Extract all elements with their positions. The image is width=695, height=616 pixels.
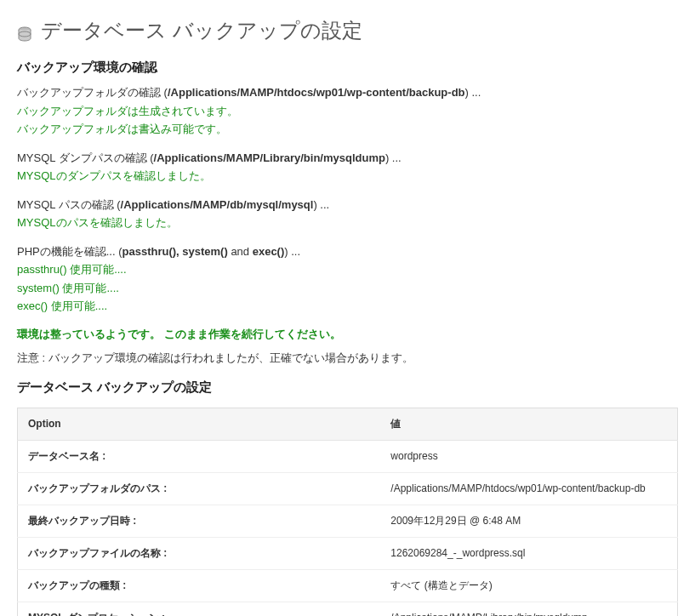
folder-created-ok: バックアップフォルダは生成されています。 — [17, 103, 678, 120]
mysql-check-block: MYSQL パスの確認 (/Applications/MAMP/db/mysql… — [17, 197, 678, 231]
database-icon — [17, 23, 32, 38]
row-label: 最終バックアップ日時 : — [18, 505, 381, 537]
folder-check-line: バックアップフォルダの確認 (/Applications/MAMP/htdocs… — [17, 84, 678, 101]
dump-check-line: MYSQL ダンプパスの確認 (/Applications/MAMP/Libra… — [17, 150, 678, 167]
table-row: バックアップファイルの名称 : 1262069284_-_wordpress.s… — [18, 537, 678, 569]
col-value: 値 — [380, 408, 677, 440]
table-row: MYSQL ダンプロケーション : /Applications/MAMP/Lib… — [18, 602, 678, 616]
env-check-heading: バックアップ環境の確認 — [17, 60, 678, 76]
settings-heading: データベース バックアップの設定 — [17, 379, 678, 396]
page-title-text: データベース バックアップの設定 — [41, 17, 362, 44]
system-ok: system() 使用可能.... — [17, 280, 678, 297]
row-value: すべて (構造とデータ) — [380, 569, 677, 602]
row-label: バックアップの種類 : — [18, 569, 381, 602]
folder-check-block: バックアップフォルダの確認 (/Applications/MAMP/htdocs… — [17, 84, 678, 138]
row-label: データベース名 : — [18, 440, 381, 472]
row-value: /Applications/MAMP/htdocs/wp01/wp-conten… — [380, 472, 677, 505]
php-check-block: PHPの機能を確認... (passthru(), system() and e… — [17, 243, 678, 315]
row-label: MYSQL ダンプロケーション : — [18, 602, 381, 616]
row-label: バックアップファイルの名称 : — [18, 537, 381, 569]
env-summary: 環境は整っているようです。 このまま作業を続行してください。 — [17, 327, 678, 342]
row-value: 2009年12月29日 @ 6:48 AM — [380, 505, 677, 537]
dump-path-ok: MYSQLのダンプパスを確認しました。 — [17, 168, 678, 185]
mysql-check-line: MYSQL パスの確認 (/Applications/MAMP/db/mysql… — [17, 197, 678, 214]
row-label: バックアップフォルダのパス : — [18, 472, 381, 505]
exec-ok: exec() 使用可能.... — [17, 298, 678, 315]
php-check-line: PHPの機能を確認... (passthru(), system() and e… — [17, 243, 678, 260]
table-row: バックアップの種類 : すべて (構造とデータ) — [18, 569, 678, 602]
table-row: データベース名 : wordpress — [18, 440, 678, 472]
folder-writable-ok: バックアップフォルダは書込み可能です。 — [17, 121, 678, 138]
dump-check-block: MYSQL ダンプパスの確認 (/Applications/MAMP/Libra… — [17, 150, 678, 185]
env-note: 注意 : バックアップ環境の確認は行われましたが、正確でない場合があります。 — [17, 351, 678, 366]
row-value: 1262069284_-_wordpress.sql — [380, 537, 677, 569]
page-title: データベース バックアップの設定 — [17, 17, 678, 44]
settings-table: Option 値 データベース名 : wordpress バックアップフォルダの… — [17, 408, 678, 617]
col-option: Option — [18, 408, 381, 440]
row-value: /Applications/MAMP/Library/bin/mysqldump — [380, 602, 677, 616]
mysql-path-ok: MYSQLのパスを確認しました。 — [17, 214, 678, 231]
row-value: wordpress — [380, 440, 677, 472]
table-row: 最終バックアップ日時 : 2009年12月29日 @ 6:48 AM — [18, 505, 678, 537]
passthru-ok: passthru() 使用可能.... — [17, 261, 678, 278]
table-row: バックアップフォルダのパス : /Applications/MAMP/htdoc… — [18, 472, 678, 505]
